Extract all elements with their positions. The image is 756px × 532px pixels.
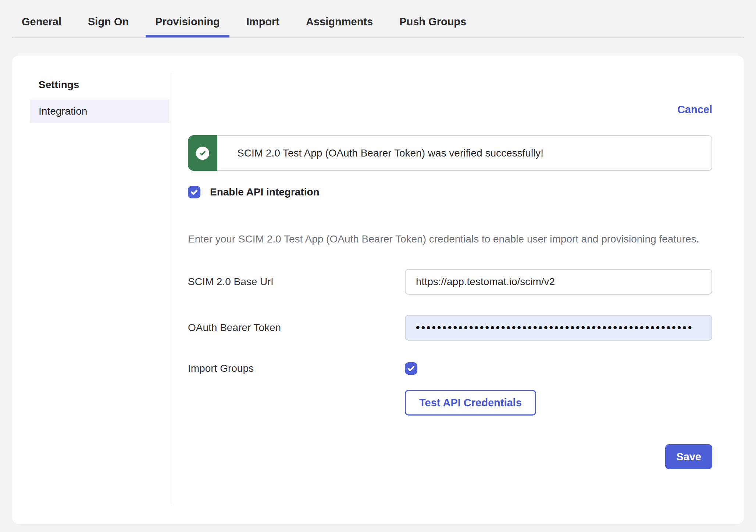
credentials-description: Enter your SCIM 2.0 Test App (OAuth Bear…	[188, 230, 710, 248]
checkbox-check-icon	[407, 364, 416, 373]
credentials-form: SCIM 2.0 Base Url OAuth Bearer Token Imp…	[188, 269, 712, 416]
sidebar-item-integration[interactable]: Integration	[30, 100, 170, 123]
oauth-bearer-token-label: OAuth Bearer Token	[188, 322, 405, 334]
sidebar-item-label: Integration	[39, 105, 87, 117]
tab-general[interactable]: General	[12, 6, 71, 37]
tab-provisioning[interactable]: Provisioning	[146, 6, 229, 37]
checkbox-check-icon	[190, 188, 199, 197]
tab-push-groups[interactable]: Push Groups	[390, 6, 476, 37]
vertical-divider	[171, 73, 171, 504]
settings-sidebar: Settings Integration	[30, 79, 170, 123]
test-api-credentials-button[interactable]: Test API Credentials	[405, 390, 536, 416]
app-tab-bar: General Sign On Provisioning Import Assi…	[12, 0, 744, 38]
success-alert-icon-block	[188, 135, 217, 171]
integration-settings-panel: Cancel SCIM 2.0 Test App (OAuth Bearer T…	[188, 55, 712, 469]
tab-sign-on[interactable]: Sign On	[78, 6, 138, 37]
enable-api-integration-label: Enable API integration	[210, 186, 320, 198]
scim-base-url-label: SCIM 2.0 Base Url	[188, 276, 405, 288]
import-groups-checkbox[interactable]	[405, 362, 417, 375]
success-alert-message: SCIM 2.0 Test App (OAuth Bearer Token) w…	[237, 147, 543, 159]
success-check-icon	[196, 147, 209, 160]
provisioning-card: Settings Integration Cancel SCIM 2.0 Tes…	[12, 55, 744, 524]
scim-base-url-input[interactable]	[405, 269, 712, 295]
oauth-bearer-token-input[interactable]	[405, 315, 712, 341]
save-button[interactable]: Save	[665, 444, 712, 469]
import-groups-label: Import Groups	[188, 363, 405, 374]
sidebar-title: Settings	[30, 79, 170, 91]
tab-import[interactable]: Import	[237, 6, 289, 37]
tab-assignments[interactable]: Assignments	[296, 6, 382, 37]
enable-api-integration-checkbox[interactable]	[188, 186, 200, 198]
success-alert: SCIM 2.0 Test App (OAuth Bearer Token) w…	[188, 135, 712, 171]
cancel-link[interactable]: Cancel	[677, 104, 712, 117]
